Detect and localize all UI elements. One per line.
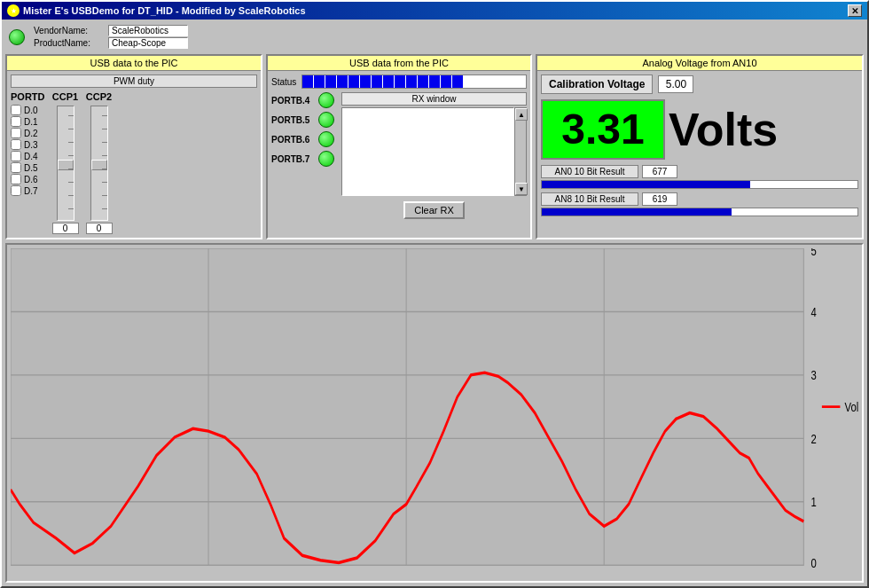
chart-container: 5 4 3 2 1 0 Volts bbox=[5, 243, 864, 583]
portb4-row: PORTB.4 bbox=[271, 92, 334, 108]
portd-d3: D.3 bbox=[11, 139, 45, 150]
seg bbox=[383, 75, 394, 88]
portb5-led bbox=[318, 112, 334, 128]
ccp1-slider-group: CCP1 bbox=[52, 91, 79, 234]
title-bar: ★ Mister E's USBDemo for DT_HID - Modifi… bbox=[2, 2, 867, 20]
svg-rect-0 bbox=[11, 248, 803, 565]
seg bbox=[314, 75, 325, 88]
portd-d4: D.4 bbox=[11, 151, 45, 161]
pwm-label: PWM duty bbox=[11, 74, 257, 88]
panel-middle-content: Status bbox=[268, 71, 530, 223]
an0-progress-fill bbox=[542, 181, 750, 188]
product-name-row: ProductName: Cheap-Scope bbox=[34, 37, 188, 49]
portd-d6-check[interactable] bbox=[11, 174, 21, 184]
portd-d0: D.0 bbox=[11, 105, 45, 115]
top-info-row: VendorName: ScaleRobotics ProductName: C… bbox=[5, 23, 864, 51]
portb-rows: PORTB.4 PORTB.5 PORTB.6 bbox=[271, 92, 334, 219]
panel-right-header: Analog Voltage from AN10 bbox=[537, 56, 862, 71]
scroll-down-button[interactable]: ▼ bbox=[515, 183, 528, 195]
an0-label: AN0 10 Bit Result bbox=[541, 165, 638, 178]
vendor-name-label: VendorName: bbox=[34, 26, 105, 35]
oscilloscope-chart: 5 4 3 2 1 0 Volts bbox=[11, 248, 858, 577]
vendor-name-row: VendorName: ScaleRobotics bbox=[34, 25, 188, 36]
panel-left-header: USB data to the PIC bbox=[7, 56, 261, 71]
status-label: Status bbox=[271, 77, 296, 87]
title-bar-left: ★ Mister E's USBDemo for DT_HID - Modifi… bbox=[7, 4, 306, 17]
vendor-name-value: ScaleRobotics bbox=[108, 25, 188, 36]
portd-checkbox-list: D.0 D.1 D.2 D.3 bbox=[11, 105, 45, 196]
svg-text:0: 0 bbox=[811, 555, 817, 570]
window-title: Mister E's USBDemo for DT_HID - Modified… bbox=[23, 5, 306, 16]
portd-d5: D.5 bbox=[11, 162, 45, 173]
seg bbox=[348, 75, 359, 88]
vendor-info: VendorName: ScaleRobotics ProductName: C… bbox=[34, 25, 188, 49]
seg bbox=[441, 75, 451, 88]
an8-value: 619 bbox=[642, 192, 677, 206]
voltage-display: 3.31 Volts bbox=[541, 99, 858, 160]
portb6-label: PORTB.6 bbox=[271, 135, 311, 145]
an8-progress-fill bbox=[542, 208, 732, 216]
rx-window-inner: ▲ ▼ bbox=[341, 107, 527, 196]
portb4-label: PORTB.4 bbox=[271, 96, 311, 106]
portd-d1-check[interactable] bbox=[11, 116, 21, 127]
tick bbox=[68, 195, 74, 196]
close-button[interactable]: ✕ bbox=[848, 4, 862, 17]
rx-text-area[interactable] bbox=[341, 107, 514, 196]
tick bbox=[68, 169, 74, 169]
portb5-row: PORTB.5 bbox=[271, 112, 334, 128]
main-window: ★ Mister E's USBDemo for DT_HID - Modifi… bbox=[0, 0, 869, 588]
content-area: VendorName: ScaleRobotics ProductName: C… bbox=[2, 20, 867, 586]
tick bbox=[102, 129, 107, 129]
rx-window-container: RX window ▲ ▼ Clear RX bbox=[341, 92, 527, 219]
svg-text:2: 2 bbox=[811, 431, 817, 446]
portb7-led bbox=[318, 151, 334, 167]
calibration-row: Calibration Voltage 5.00 bbox=[541, 74, 858, 94]
panel-right-content: Calibration Voltage 5.00 3.31 Volts AN0 … bbox=[537, 71, 862, 223]
svg-text:5: 5 bbox=[811, 248, 817, 259]
status-row: Status bbox=[271, 74, 527, 89]
seg bbox=[418, 75, 428, 88]
portd-d7-check[interactable] bbox=[11, 185, 21, 196]
an0-value: 677 bbox=[642, 165, 677, 178]
svg-text:1: 1 bbox=[811, 495, 817, 510]
panel-usb-from-pic: USB data from the PIC Status bbox=[266, 54, 532, 239]
calibration-label: Calibration Voltage bbox=[541, 74, 653, 94]
portb4-led bbox=[318, 92, 334, 108]
portb7-label: PORTB.7 bbox=[271, 154, 311, 164]
seg bbox=[337, 75, 348, 88]
tick bbox=[68, 129, 74, 129]
portd-d5-check[interactable] bbox=[11, 162, 21, 173]
portd-d6: D.6 bbox=[11, 174, 45, 184]
ccp1-slider-track[interactable] bbox=[57, 106, 74, 221]
tick bbox=[102, 142, 107, 143]
seg bbox=[360, 75, 371, 88]
clear-rx-button[interactable]: Clear RX bbox=[403, 201, 465, 219]
seg bbox=[372, 75, 382, 88]
portd-d3-check[interactable] bbox=[11, 139, 21, 150]
portd-d2-check[interactable] bbox=[11, 128, 21, 138]
portd-d4-check[interactable] bbox=[11, 151, 21, 161]
ccp2-slider-track[interactable] bbox=[90, 106, 108, 221]
voltage-unit: Volts bbox=[669, 103, 778, 156]
tick bbox=[102, 169, 107, 169]
seg bbox=[452, 75, 463, 88]
panel-middle-header: USB data from the PIC bbox=[268, 56, 530, 71]
rx-window-label: RX window bbox=[341, 92, 527, 106]
product-name-value: Cheap-Scope bbox=[108, 37, 188, 49]
tick bbox=[68, 208, 74, 209]
ccp2-slider-group: CCP2 bbox=[86, 91, 113, 234]
seg bbox=[395, 75, 405, 88]
an0-row: AN0 10 Bit Result 677 bbox=[541, 165, 858, 178]
tick bbox=[102, 208, 107, 209]
portd-d0-check[interactable] bbox=[11, 105, 21, 115]
ccp1-title: CCP1 bbox=[52, 91, 78, 102]
svg-text:3: 3 bbox=[811, 368, 817, 383]
panel-usb-to-pic: USB data to the PIC PWM duty PORTD D.0 bbox=[5, 54, 262, 239]
portb6-led bbox=[318, 131, 334, 147]
seg bbox=[429, 75, 440, 88]
scroll-up-button[interactable]: ▲ bbox=[515, 108, 528, 121]
scroll-thumb bbox=[515, 121, 526, 183]
tick bbox=[68, 142, 74, 143]
tick bbox=[68, 115, 74, 116]
an8-label: AN8 10 Bit Result bbox=[541, 192, 638, 206]
